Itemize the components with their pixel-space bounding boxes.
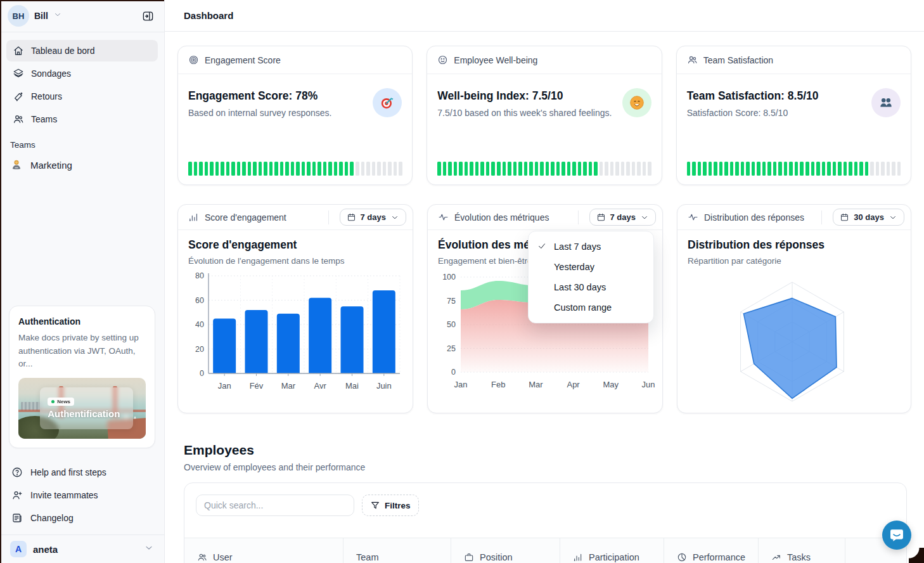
account-switcher[interactable]: A aneta	[0, 534, 164, 563]
chevron-down-icon	[144, 543, 154, 555]
menu-item-last-30-days[interactable]: Last 30 days	[529, 277, 653, 297]
progress-segment	[692, 162, 696, 176]
progress-segment	[615, 162, 619, 176]
chart-card-score-d-engagement: Score d'engagement7 daysScore d'engageme…	[177, 204, 413, 413]
menu-item-label: Custom range	[554, 302, 612, 313]
date-range-label: 30 days	[854, 212, 884, 222]
progress-segment	[719, 162, 723, 176]
progress-segment	[388, 162, 392, 176]
target-icon	[188, 55, 199, 65]
dart-badge-icon	[379, 94, 395, 111]
progress-segment	[698, 162, 702, 176]
chart-card-header-label: Évolution des métriques	[454, 212, 572, 223]
column-header-user[interactable]: User	[184, 538, 343, 563]
column-header-participation[interactable]: Participation	[560, 538, 664, 563]
sidebar-item-teams[interactable]: Teams	[6, 108, 158, 130]
progress-segment	[789, 162, 793, 176]
progress-segment	[827, 162, 831, 176]
stat-subtitle: Satisfaction Score: 8.5/10	[687, 108, 871, 118]
progress-segment	[556, 162, 560, 176]
sidebar-item-retours[interactable]: Retours	[6, 86, 158, 107]
svg-text:Mar: Mar	[529, 380, 543, 389]
progress-segment	[865, 162, 869, 176]
progress-segment	[350, 162, 354, 176]
progress-segment	[242, 162, 246, 176]
progress-segment	[854, 162, 858, 176]
technologist-icon	[10, 159, 23, 171]
column-header-performance[interactable]: Performance	[664, 538, 758, 563]
account-avatar: A	[10, 541, 27, 557]
employees-subtitle: Overview of employees and their performa…	[184, 462, 907, 472]
progress-segment	[546, 162, 549, 176]
employees-title: Employees	[184, 443, 907, 458]
help-circle-icon	[11, 467, 23, 478]
stat-card-team-satisfaction: Team SatisfactionTeam Satisfaction: 8.5/…	[676, 46, 911, 185]
column-header-tasks[interactable]: Tasks	[758, 538, 845, 563]
chevron-down-icon	[390, 213, 399, 222]
stat-badge	[622, 88, 651, 117]
date-range-button[interactable]: 30 days	[833, 209, 904, 226]
progress-segment	[356, 162, 359, 176]
smiley-icon	[437, 55, 448, 65]
progress-segment	[876, 162, 880, 176]
sidebar-item-changelog[interactable]: Changelog	[6, 507, 158, 529]
menu-item-yesterday[interactable]: Yesterday	[529, 257, 653, 277]
progress-segment	[361, 162, 365, 176]
column-header-position[interactable]: Position	[451, 538, 560, 563]
filters-button[interactable]: Filtres	[362, 495, 419, 516]
sidebar-team-marketing[interactable]: Marketing	[0, 153, 164, 176]
search-input[interactable]	[196, 495, 354, 516]
divider	[578, 210, 579, 224]
menu-item-label: Last 30 days	[554, 282, 606, 292]
sidebar-item-invite-teammates[interactable]: Invite teammates	[6, 484, 158, 507]
progress-segment	[383, 162, 387, 176]
chart-subtitle: Répartition par catégorie	[688, 256, 901, 266]
collapse-sidebar-button[interactable]	[139, 7, 157, 25]
chevron-down-icon	[889, 213, 897, 222]
progress-segment	[210, 162, 214, 176]
progress-segment	[724, 162, 728, 176]
chart-card-header-label: Score d'engagement	[205, 212, 323, 223]
sidebar-item-tableau-de-bord[interactable]: Tableau de bord	[6, 40, 158, 61]
progress-segment	[849, 162, 852, 176]
stat-card-body: Well-being Index: 7.5/107.5/10 based on …	[427, 74, 661, 128]
progress-segment	[816, 162, 820, 176]
chart-distribution-des-reponses	[688, 271, 901, 413]
progress-segment	[459, 162, 463, 176]
chart-card-distribution-des-reponses: Distribution des réponses30 daysDistribu…	[677, 204, 911, 413]
svg-text:Mar: Mar	[281, 381, 296, 391]
progress-segment	[248, 162, 252, 176]
progress-segment	[503, 162, 506, 176]
progress-segment	[524, 162, 528, 176]
sidebar-item-sondages[interactable]: Sondages	[6, 63, 158, 84]
progress-segment	[805, 162, 809, 176]
date-range-button[interactable]: 7 days	[589, 209, 656, 226]
menu-item-last-7-days[interactable]: Last 7 days	[529, 236, 653, 257]
column-header-team[interactable]: Team	[343, 538, 451, 563]
account-name: aneta	[33, 544, 58, 555]
svg-text:Jan: Jan	[454, 380, 468, 389]
progress-segment	[475, 162, 479, 176]
svg-text:Jan: Jan	[218, 381, 231, 391]
date-range-button[interactable]: 7 days	[340, 209, 406, 226]
divider	[328, 210, 329, 224]
workspace-switcher[interactable]: BH Bill	[0, 0, 164, 32]
progress-segment	[621, 162, 625, 176]
stat-value: Team Satisfaction: 8.5/10	[687, 89, 871, 103]
sidebar-item-help-and-first-steps[interactable]: Help and first steps	[6, 461, 158, 484]
progress-segment	[394, 162, 397, 176]
users-icon	[197, 552, 207, 562]
progress-segment	[643, 162, 646, 176]
progress-segment	[572, 162, 576, 176]
menu-item-custom-range[interactable]: Custom range	[529, 297, 653, 318]
segmented-progress-bar	[437, 162, 651, 176]
chart-subtitle: Évolution de l'engagement dans le temps	[188, 256, 402, 266]
chat-launcher-button[interactable]	[882, 521, 911, 550]
progress-segment	[757, 162, 760, 176]
progress-segment	[264, 162, 267, 176]
progress-segment	[632, 162, 636, 176]
progress-segment	[366, 162, 370, 176]
progress-segment	[307, 162, 311, 176]
authentication-promo-card[interactable]: Authentication Make docs private by sett…	[9, 306, 155, 448]
sidebar: BH Bill Tableau de bordSondagesRetoursTe…	[0, 0, 165, 563]
